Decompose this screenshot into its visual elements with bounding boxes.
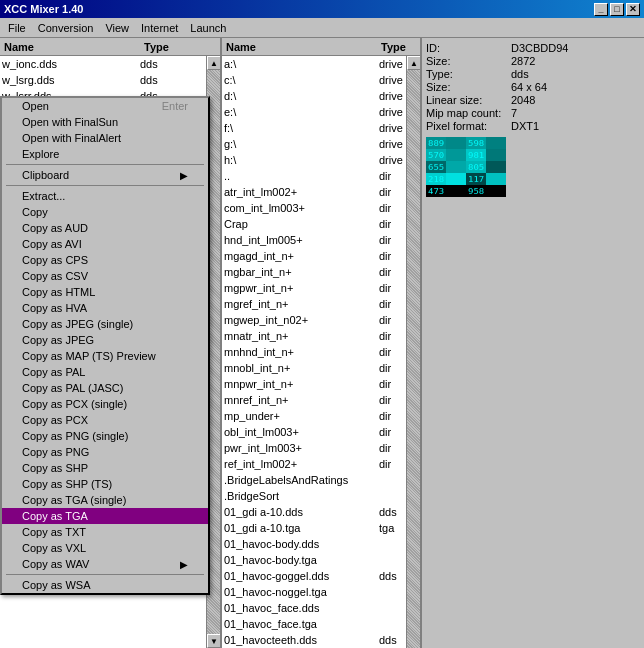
ctx-menu-item[interactable]: Copy xyxy=(2,204,208,220)
minimize-button[interactable]: _ xyxy=(594,3,608,16)
right-file-item[interactable]: 01_havoc_face.dds xyxy=(222,600,406,616)
right-file-item[interactable]: 01_havoc-body.dds xyxy=(222,536,406,552)
right-file-item[interactable]: e:\drive xyxy=(222,104,406,120)
right-file-item[interactable]: .BridgeLabelsAndRatings xyxy=(222,472,406,488)
ctx-menu-item[interactable]: Copy as TGA xyxy=(2,508,208,524)
right-file-item[interactable]: atr_int_lm002+dir xyxy=(222,184,406,200)
right-scroll-up[interactable]: ▲ xyxy=(407,56,420,70)
ctx-menu-item[interactable]: Copy as WAV▶ xyxy=(2,556,208,572)
ctx-item-label: Copy as WAV xyxy=(22,558,89,570)
ctx-menu-item[interactable]: Copy as SHP (TS) xyxy=(2,476,208,492)
ctx-menu-item[interactable]: Copy as PAL xyxy=(2,364,208,380)
ctx-menu-item[interactable]: Copy as PCX (single) xyxy=(2,396,208,412)
ctx-menu-item[interactable]: Copy as TXT xyxy=(2,524,208,540)
ctx-menu-item[interactable]: Open with FinalAlert xyxy=(2,130,208,146)
right-file-item[interactable]: ref_int_lm002+dir xyxy=(222,456,406,472)
right-scrollbar[interactable]: ▲ ▼ xyxy=(406,56,420,648)
ctx-menu-item[interactable]: Copy as MAP (TS) Preview xyxy=(2,348,208,364)
ctx-menu-item[interactable]: Copy as CSV xyxy=(2,268,208,284)
left-file-item[interactable]: w_ionc.ddsdds xyxy=(0,56,206,72)
right-file-item[interactable]: 01_havoc-noggel.tga xyxy=(222,584,406,600)
right-file-item[interactable]: Crapdir xyxy=(222,216,406,232)
ctx-menu-item[interactable]: Copy as VXL xyxy=(2,540,208,556)
right-file-type: dir xyxy=(379,282,391,294)
right-file-item[interactable]: mgagd_int_n+dir xyxy=(222,248,406,264)
right-file-item[interactable]: mnatr_int_n+dir xyxy=(222,328,406,344)
right-file-item[interactable]: ..dir xyxy=(222,168,406,184)
right-file-item[interactable]: c:\drive xyxy=(222,72,406,88)
right-file-item[interactable]: hnd_int_lm005+dir xyxy=(222,232,406,248)
right-file-name: 01_havoc_face.tga xyxy=(224,618,379,630)
info-label-size1: Size: xyxy=(426,55,511,67)
right-file-item[interactable]: mnobl_int_n+dir xyxy=(222,360,406,376)
right-file-item[interactable]: 01_gdi a-10.ddsdds xyxy=(222,504,406,520)
right-file-name: mgbar_int_n+ xyxy=(224,266,379,278)
ctx-menu-item[interactable]: Copy as AVI xyxy=(2,236,208,252)
ctx-item-label: Copy as CPS xyxy=(22,254,88,266)
right-file-item[interactable]: d:\drive xyxy=(222,88,406,104)
right-file-item[interactable]: 01_havocteeth.ddsdds xyxy=(222,632,406,648)
left-scroll-down[interactable]: ▼ xyxy=(207,634,220,648)
ctx-menu-item[interactable]: Copy as AUD xyxy=(2,220,208,236)
right-file-type: dir xyxy=(379,250,391,262)
right-file-item[interactable]: 01_havoc_face.tga xyxy=(222,616,406,632)
ctx-menu-item[interactable]: Explore xyxy=(2,146,208,162)
ctx-menu-item[interactable]: Copy as SHP xyxy=(2,460,208,476)
ctx-menu-item[interactable]: Clipboard▶ xyxy=(2,167,208,183)
left-col-type-header: Type xyxy=(140,39,220,55)
ctx-menu-item[interactable]: Copy as JPEG (single) xyxy=(2,316,208,332)
right-file-type: dir xyxy=(379,298,391,310)
right-file-item[interactable]: com_int_lm003+dir xyxy=(222,200,406,216)
right-file-item[interactable]: mnref_int_n+dir xyxy=(222,392,406,408)
ctx-item-shortcut: Enter xyxy=(162,100,188,112)
ctx-menu-item[interactable]: Copy as HVA xyxy=(2,300,208,316)
ctx-menu-item[interactable]: Copy as PCX xyxy=(2,412,208,428)
right-file-item[interactable]: 01_havoc-body.tga xyxy=(222,552,406,568)
ctx-item-label: Copy as VXL xyxy=(22,542,86,554)
right-file-item[interactable]: h:\drive xyxy=(222,152,406,168)
right-file-item[interactable]: mgpwr_int_n+dir xyxy=(222,280,406,296)
right-file-item[interactable]: mp_under+dir xyxy=(222,408,406,424)
right-file-type: drive xyxy=(379,58,403,70)
right-file-item[interactable]: .BridgeSort xyxy=(222,488,406,504)
right-file-item[interactable]: g:\drive xyxy=(222,136,406,152)
ctx-menu-item[interactable]: Copy as CPS xyxy=(2,252,208,268)
right-file-item[interactable]: pwr_int_lm003+dir xyxy=(222,440,406,456)
right-file-item[interactable]: mgwep_int_n02+dir xyxy=(222,312,406,328)
right-file-list-panel: Name Type a:\drivec:\drived:\drivee:\dri… xyxy=(222,38,422,648)
right-file-item[interactable]: 01_havoc-goggel.ddsdds xyxy=(222,568,406,584)
ctx-menu-item[interactable]: Extract... xyxy=(2,188,208,204)
right-file-item[interactable]: 01_gdi a-10.tgatga xyxy=(222,520,406,536)
menu-internet[interactable]: Internet xyxy=(135,20,184,36)
ctx-menu-item[interactable]: Copy as PNG xyxy=(2,444,208,460)
left-file-item[interactable]: w_lsrg.ddsdds xyxy=(0,72,206,88)
right-file-item[interactable]: obl_int_lm003+dir xyxy=(222,424,406,440)
menu-conversion[interactable]: Conversion xyxy=(32,20,100,36)
ctx-menu-item[interactable]: Copy as PNG (single) xyxy=(2,428,208,444)
ctx-menu-item[interactable]: Copy as WSA xyxy=(2,577,208,593)
right-file-item[interactable]: mnpwr_int_n+dir xyxy=(222,376,406,392)
right-file-item[interactable]: a:\drive xyxy=(222,56,406,72)
ctx-menu-item[interactable]: OpenEnter xyxy=(2,98,208,114)
menu-file[interactable]: File xyxy=(2,20,32,36)
menu-view[interactable]: View xyxy=(99,20,135,36)
right-file-item[interactable]: mnhnd_int_n+dir xyxy=(222,344,406,360)
right-file-list[interactable]: a:\drivec:\drived:\drivee:\drivef:\drive… xyxy=(222,56,406,648)
right-file-type: dir xyxy=(379,218,391,230)
ctx-menu-item[interactable]: Open with FinalSun xyxy=(2,114,208,130)
ctx-item-label: Extract... xyxy=(22,190,65,202)
close-button[interactable]: ✕ xyxy=(626,3,640,16)
right-file-item[interactable]: f:\drive xyxy=(222,120,406,136)
right-file-name: .BridgeSort xyxy=(224,490,379,502)
maximize-button[interactable]: □ xyxy=(610,3,624,16)
ctx-menu-item[interactable]: Copy as TGA (single) xyxy=(2,492,208,508)
menu-launch[interactable]: Launch xyxy=(184,20,232,36)
info-label-mipmapcount: Mip map count: xyxy=(426,107,511,119)
left-scroll-up[interactable]: ▲ xyxy=(207,56,220,70)
ctx-menu-item[interactable]: Copy as PAL (JASC) xyxy=(2,380,208,396)
right-file-item[interactable]: mgbar_int_n+dir xyxy=(222,264,406,280)
ctx-menu-item[interactable]: Copy as HTML xyxy=(2,284,208,300)
ctx-item-label: Copy as SHP (TS) xyxy=(22,478,112,490)
right-file-item[interactable]: mgref_int_n+dir xyxy=(222,296,406,312)
ctx-menu-item[interactable]: Copy as JPEG xyxy=(2,332,208,348)
